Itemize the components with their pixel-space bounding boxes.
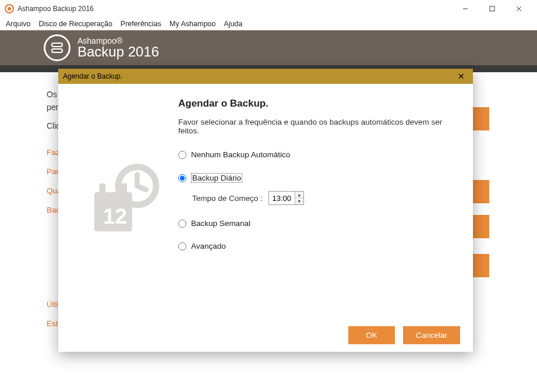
close-button[interactable] [506, 0, 532, 17]
window-controls [452, 0, 532, 17]
time-spinner-up[interactable]: ▲ [295, 192, 303, 198]
time-input-group: ▲ ▼ [268, 191, 304, 205]
label-weekly: Backup Semanal [191, 219, 250, 228]
app-banner: Ashampoo® Backup 2016 [0, 30, 537, 65]
minimize-button[interactable] [452, 0, 479, 17]
svg-rect-7 [52, 49, 62, 52]
dialog-close-icon[interactable]: ✕ [454, 72, 468, 81]
svg-line-10 [137, 186, 146, 190]
menubar: Arquivo Disco de Recuperação Preferência… [0, 17, 537, 30]
dialog-titlebar: Agendar o Backup. ✕ [58, 69, 473, 84]
brand-text: Ashampoo® Backup 2016 [77, 37, 159, 59]
dialog-illustration: 12 [73, 98, 178, 311]
radio-daily[interactable] [178, 174, 186, 182]
radio-advanced[interactable] [178, 242, 186, 250]
dialog-subtext: Favor selecionar a frequência e quando o… [178, 118, 458, 135]
menu-arquivo[interactable]: Arquivo [6, 20, 30, 28]
start-time-label: Tempo de Começo : [192, 194, 263, 203]
label-none: Nenhum Backup Automático [191, 150, 290, 159]
menu-preferencias[interactable]: Preferências [121, 20, 161, 28]
brand-line2: Backup 2016 [77, 45, 159, 59]
label-daily: Backup Diário [191, 173, 242, 183]
svg-point-1 [8, 7, 11, 10]
cancel-button[interactable]: Cancelar [403, 326, 460, 344]
ok-button[interactable]: OK [348, 326, 395, 344]
option-none-row[interactable]: Nenhum Backup Automático [178, 150, 458, 159]
window-title: Ashampoo Backup 2016 [17, 5, 452, 13]
dialog-heading: Agendar o Backup. [178, 98, 458, 110]
dialog-title: Agendar o Backup. [63, 72, 454, 80]
schedule-dialog: Agendar o Backup. ✕ 12 Agendar o Backup.… [58, 69, 473, 352]
menu-ajuda[interactable]: Ajuda [224, 20, 242, 28]
window-titlebar: Ashampoo Backup 2016 [0, 0, 537, 17]
app-icon [5, 4, 14, 13]
radio-weekly[interactable] [178, 220, 186, 228]
option-daily-row[interactable]: Backup Diário [178, 173, 458, 183]
option-advanced-row[interactable]: Avançado [178, 242, 458, 250]
option-weekly-row[interactable]: Backup Semanal [178, 219, 458, 228]
dialog-footer: OK Cancelar [58, 318, 473, 352]
svg-rect-12 [100, 183, 106, 196]
start-time-field: Tempo de Começo : ▲ ▼ [192, 191, 458, 205]
menu-disco-recuperacao[interactable]: Disco de Recuperação [38, 20, 112, 28]
logo-icon [44, 34, 70, 61]
radio-none[interactable] [178, 151, 186, 159]
maximize-button[interactable] [479, 0, 506, 17]
time-input[interactable] [269, 192, 295, 204]
label-advanced: Avançado [191, 242, 226, 250]
svg-rect-13 [121, 183, 127, 196]
svg-rect-3 [490, 6, 494, 11]
svg-rect-6 [52, 43, 62, 47]
time-spinner-down[interactable]: ▼ [295, 198, 303, 204]
menu-my-ashampoo[interactable]: My Ashampoo [169, 20, 215, 28]
svg-text:12: 12 [103, 204, 127, 228]
